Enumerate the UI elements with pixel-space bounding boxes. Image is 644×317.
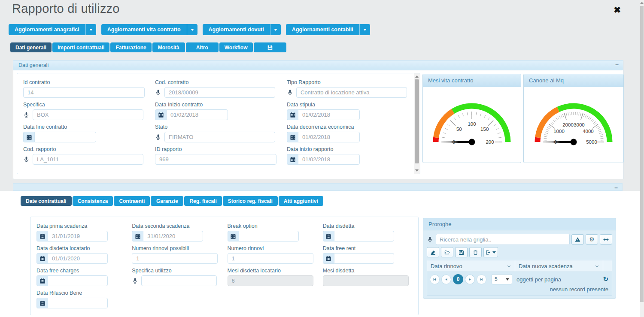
tab-fatturazione[interactable]: Fatturazione bbox=[110, 42, 151, 52]
chevron-down-icon[interactable] bbox=[507, 264, 511, 269]
tab-dati-generali[interactable]: Dati generali bbox=[10, 42, 52, 52]
pager-prev-button[interactable] bbox=[441, 275, 451, 284]
column-header-data-rinnovo[interactable]: Data rinnovo bbox=[427, 260, 515, 272]
input-numero-rinnovi-possibili[interactable] bbox=[132, 253, 218, 264]
action-button-caret[interactable] bbox=[359, 24, 370, 35]
input-data-rilascio-bene[interactable] bbox=[48, 298, 108, 308]
column-header-data-nuova-scadenza[interactable]: Data nuova scadenza bbox=[515, 260, 603, 272]
input-data-disdetta[interactable] bbox=[334, 231, 394, 242]
tab-consistenza[interactable]: Consistenza bbox=[73, 196, 113, 206]
input-data-prima-scadenza[interactable] bbox=[48, 231, 108, 242]
pager-first-button[interactable] bbox=[430, 275, 440, 284]
calendar-icon[interactable] bbox=[23, 132, 34, 142]
action-button-caret[interactable] bbox=[187, 24, 197, 35]
field-id-contratto: Id contratto bbox=[23, 79, 155, 98]
microphone-icon[interactable] bbox=[23, 111, 33, 118]
input-cod-rapporto[interactable] bbox=[33, 154, 143, 165]
calendar-icon[interactable] bbox=[36, 253, 48, 264]
input-id-contratto[interactable] bbox=[23, 87, 145, 98]
gear-button[interactable]: ⚙ bbox=[586, 234, 598, 245]
input-specifica[interactable] bbox=[33, 109, 143, 120]
input-data-disdetta-locatario[interactable] bbox=[48, 253, 108, 264]
calendar-icon[interactable] bbox=[228, 231, 239, 242]
export-button[interactable] bbox=[483, 247, 498, 257]
scroll-up-icon[interactable] bbox=[640, 2, 644, 4]
input-stato[interactable] bbox=[164, 132, 275, 142]
input-data-stipula[interactable] bbox=[298, 109, 360, 120]
chevron-down-icon[interactable] bbox=[595, 264, 599, 269]
scroll-up-icon[interactable] bbox=[415, 75, 419, 78]
tab-altro[interactable]: Altro bbox=[186, 42, 219, 52]
input-break-option[interactable] bbox=[239, 231, 299, 242]
calendar-icon[interactable] bbox=[36, 298, 48, 308]
tab-importi-contrattuali[interactable]: Importi contrattuali bbox=[52, 42, 109, 52]
tab-date-contrattuali[interactable]: Date contrattuali bbox=[21, 196, 72, 206]
page-scrollbar[interactable] bbox=[640, 0, 644, 317]
field-data-stipula: Data stipula bbox=[287, 102, 419, 120]
tab-save-icon[interactable] bbox=[254, 42, 286, 52]
calendar-icon[interactable] bbox=[323, 253, 334, 264]
input-numero-rinnovi[interactable] bbox=[228, 253, 313, 264]
scrollbar-thumb[interactable] bbox=[640, 6, 644, 302]
tab-morosit[interactable]: Morosità bbox=[152, 42, 185, 52]
refresh-icon[interactable]: ↻ bbox=[603, 275, 608, 283]
gear-icon: ⚙ bbox=[589, 236, 595, 243]
tab-storico-reg-fiscali[interactable]: Storico reg. fiscali bbox=[223, 196, 278, 206]
calendar-icon[interactable] bbox=[36, 275, 48, 286]
tab-reg-fiscali[interactable]: Reg. fiscali bbox=[184, 196, 222, 206]
input-data-inizio-rapporto[interactable] bbox=[298, 154, 360, 165]
tab-atti-aggiuntivi[interactable]: Atti aggiuntivi bbox=[279, 196, 323, 206]
action-button-main[interactable]: Aggiornamenti contabili bbox=[286, 24, 359, 35]
pager-next-button[interactable] bbox=[465, 275, 475, 284]
tab-workflow[interactable]: Workflow bbox=[219, 42, 253, 52]
floppy-dark-button[interactable] bbox=[455, 247, 468, 257]
input-data-fine-contratto[interactable] bbox=[34, 132, 96, 142]
warning-button[interactable] bbox=[571, 234, 584, 245]
microphone-icon[interactable] bbox=[155, 89, 164, 96]
input-tipo-rapporto[interactable] bbox=[296, 87, 407, 98]
input-data-free-rent[interactable] bbox=[334, 253, 394, 264]
microphone-icon[interactable] bbox=[155, 133, 164, 141]
action-button-caret[interactable] bbox=[270, 24, 281, 35]
arrows-h-button[interactable] bbox=[600, 234, 612, 245]
pager-last-button[interactable] bbox=[477, 275, 486, 284]
close-icon[interactable]: ✖ bbox=[611, 4, 623, 15]
calendar-icon[interactable] bbox=[287, 132, 298, 142]
calendar-icon[interactable] bbox=[132, 231, 143, 242]
pager-current-page[interactable]: 0 bbox=[453, 274, 463, 284]
page-size-select[interactable]: 5 bbox=[492, 274, 512, 284]
input-id-rapporto[interactable] bbox=[155, 154, 276, 165]
tab-contraenti[interactable]: Contraenti bbox=[114, 196, 150, 206]
calendar-icon[interactable] bbox=[287, 109, 298, 120]
calendar-icon[interactable] bbox=[287, 154, 298, 165]
input-cod-contratto[interactable] bbox=[164, 87, 275, 98]
input-data-seconda-scadenza[interactable] bbox=[143, 231, 203, 242]
action-button-caret[interactable] bbox=[85, 24, 96, 35]
input-specifica-utilizzo[interactable] bbox=[141, 275, 217, 286]
input-data-inizio-contratto[interactable] bbox=[166, 109, 228, 120]
calendar-icon[interactable] bbox=[36, 231, 48, 242]
trash-button[interactable] bbox=[469, 247, 482, 257]
action-button-main[interactable]: Aggiornamenti vita contratto bbox=[101, 24, 187, 35]
dati-generali-panel-body: Id contrattoSpecificaData fine contratto… bbox=[13, 70, 623, 179]
action-button-main[interactable]: Aggiornamenti dovuti bbox=[203, 24, 270, 35]
action-button-main[interactable]: Aggiornamenti anagrafici bbox=[9, 24, 85, 35]
microphone-icon[interactable] bbox=[23, 156, 33, 163]
form-scrollbar[interactable] bbox=[414, 73, 420, 174]
microphone-icon[interactable] bbox=[427, 235, 433, 243]
tab-garanzie[interactable]: Garanzie bbox=[151, 196, 183, 206]
action-button-aggiornamenti-anagrafici: Aggiornamenti anagrafici bbox=[9, 24, 96, 35]
calendar-icon[interactable] bbox=[155, 109, 166, 120]
scrollbar-thumb[interactable] bbox=[415, 79, 419, 163]
microphone-icon[interactable] bbox=[287, 89, 296, 96]
microphone-icon[interactable] bbox=[132, 277, 141, 284]
eraser-button[interactable] bbox=[427, 247, 439, 257]
calendar-icon[interactable] bbox=[323, 231, 334, 242]
input-data-free-charges[interactable] bbox=[48, 275, 108, 286]
folder-button[interactable] bbox=[441, 247, 453, 257]
input-data-decorrenza-economica[interactable] bbox=[298, 132, 360, 142]
grid-search-input[interactable] bbox=[436, 234, 570, 245]
pager-buttons: 0 bbox=[430, 274, 486, 284]
collapse-icon[interactable]: − bbox=[615, 60, 619, 69]
scroll-down-icon[interactable] bbox=[415, 169, 419, 172]
